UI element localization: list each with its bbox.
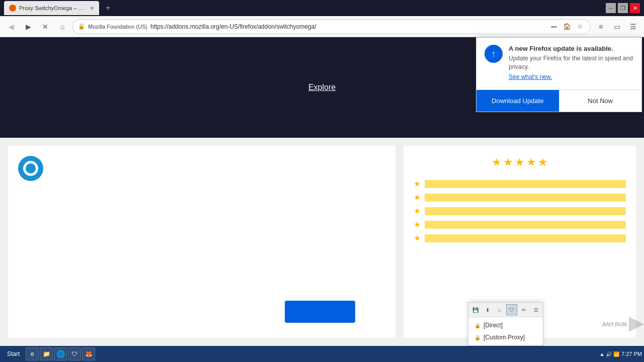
add-to-firefox-button[interactable]	[285, 301, 355, 323]
dropdown-save-btn[interactable]: 💾	[470, 304, 481, 315]
close-button[interactable]: ✕	[630, 3, 640, 13]
minimize-button[interactable]: ─	[606, 3, 616, 13]
active-tab[interactable]: Proxy SwitchyOmega – Get this E... ✕	[4, 1, 99, 15]
home-button[interactable]: ⌂	[55, 20, 69, 34]
security-icon: 🔒	[78, 23, 85, 30]
dropdown-download-btn[interactable]: ⬇	[482, 304, 493, 315]
update-icon: ↑	[485, 45, 503, 63]
back-button[interactable]: ◀	[4, 20, 18, 34]
rating-bar-5	[425, 180, 626, 188]
dropdown-home-btn[interactable]: ⌂	[494, 304, 505, 315]
rating-star-4: ★	[414, 193, 421, 202]
taskbar-ie[interactable]: e	[26, 347, 39, 360]
watermark-text: ANY.RUN	[602, 321, 627, 327]
taskbar-time: 7:27 PM	[621, 351, 642, 357]
dropdown-custom-label: [Custom Proxy]	[484, 334, 525, 341]
update-body: Update your Firefox for the latest in sp…	[509, 54, 633, 71]
star-1: ★	[492, 156, 502, 169]
download-update-button[interactable]: Download Update	[476, 90, 559, 112]
rating-row-2: ★	[414, 220, 626, 229]
taskbar-security[interactable]: 🛡	[68, 347, 81, 360]
rating-bar-3	[425, 207, 626, 215]
tab-title: Proxy SwitchyOmega – Get this E...	[19, 5, 85, 11]
rating-star-3: ★	[414, 206, 421, 216]
rating-row-5: ★	[414, 179, 626, 189]
window-controls: ─ ❐ ✕	[606, 3, 640, 13]
addon-logo-inner	[23, 161, 38, 176]
nav-right-buttons: ≡ ▭ ☰	[594, 20, 640, 34]
update-popup: ↑ A new Firefox update is available. Upd…	[476, 37, 642, 112]
more-options-button[interactable]: •••	[549, 22, 559, 32]
start-button[interactable]: Start	[2, 348, 25, 359]
pocket-button[interactable]: 🏠	[562, 22, 572, 32]
address-bar[interactable]: 🔒 Mozilla Foundation (US) https://addons…	[72, 19, 591, 34]
star-5: ★	[538, 156, 548, 169]
rating-row-3: ★	[414, 206, 626, 216]
reload-button[interactable]: ✕	[38, 20, 52, 34]
new-tab-button[interactable]: +	[102, 2, 114, 14]
menu-button[interactable]: ☰	[626, 20, 640, 34]
bookmark-button[interactable]: ☆	[575, 22, 585, 32]
taskbar-icons: ▲ 🔊 📶	[600, 351, 619, 357]
rating-star-2: ★	[414, 220, 421, 229]
taskbar-chrome[interactable]: 🌐	[54, 347, 67, 360]
dropdown-custom-icon: 🔒	[474, 335, 480, 340]
nav-bar: ◀ ▶ ✕ ⌂ 🔒 Mozilla Foundation (US) https:…	[0, 16, 644, 37]
addon-logo	[18, 156, 43, 181]
update-popup-buttons: Download Update Not Now	[476, 89, 641, 112]
rating-star-5: ★	[414, 179, 421, 189]
forward-button[interactable]: ▶	[21, 20, 35, 34]
rating-row-4: ★	[414, 193, 626, 202]
rating-bars: ★ ★ ★ ★ ★	[414, 179, 626, 243]
taskbar-firefox[interactable]: 🦊	[82, 347, 95, 360]
rating-bar-1	[425, 234, 626, 242]
dropdown-direct-label: [Direct]	[484, 322, 503, 329]
title-bar: Proxy SwitchyOmega – Get this E... ✕ + ─…	[0, 0, 644, 16]
tab-close-btn[interactable]: ✕	[90, 5, 94, 12]
main-content: ★ ★ ★ ★ ★ ★ ★ ★ ★ ★	[0, 138, 644, 346]
title-bar-left: Proxy SwitchyOmega – Get this E... ✕ +	[4, 1, 606, 15]
update-title: A new Firefox update is available.	[509, 45, 633, 52]
dropdown-custom[interactable]: 🔒 [Custom Proxy]	[468, 331, 543, 343]
rating-star-1: ★	[414, 233, 421, 243]
restore-button[interactable]: ❐	[618, 3, 628, 13]
taskbar-folder[interactable]: 📁	[40, 347, 53, 360]
watermark: ANY.RUN	[602, 317, 644, 332]
url-text: https://addons.mozilla.org/en-US/firefox…	[150, 23, 546, 30]
rating-row-1: ★	[414, 233, 626, 243]
update-link[interactable]: See what's new.	[509, 73, 633, 80]
library-button[interactable]: ≡	[594, 20, 608, 34]
star-3: ★	[515, 156, 525, 169]
update-text: A new Firefox update is available. Updat…	[509, 45, 633, 80]
rating-bar-4	[425, 194, 626, 202]
dropdown-popup: 💾 ⬇ ⌂ 🛡 ✏ ☰ 🔒 [Direct] 🔒 [Custom Proxy]	[468, 302, 543, 346]
start-label: Start	[7, 350, 20, 357]
not-now-button[interactable]: Not Now	[559, 90, 642, 112]
rating-bar-2	[425, 221, 626, 229]
star-2: ★	[503, 156, 513, 169]
dropdown-edit-btn[interactable]: ✏	[518, 304, 529, 315]
dropdown-direct[interactable]: 🔒 [Direct]	[468, 319, 543, 331]
dropdown-items: 🔒 [Direct] 🔒 [Custom Proxy]	[468, 317, 543, 345]
sidebar-button[interactable]: ▭	[610, 20, 624, 34]
dropdown-toolbar: 💾 ⬇ ⌂ 🛡 ✏ ☰	[468, 303, 543, 317]
addon-card	[8, 146, 395, 338]
overall-rating: ★ ★ ★ ★ ★	[414, 156, 626, 169]
taskbar: Start e 📁 🌐 🛡 🦊 ▲ 🔊 📶 7:27 PM	[0, 346, 644, 362]
tab-favicon	[9, 5, 16, 12]
taskbar-right: ▲ 🔊 📶 7:27 PM	[600, 351, 642, 357]
star-4: ★	[526, 156, 536, 169]
dropdown-shield-btn[interactable]: 🛡	[506, 304, 517, 315]
update-popup-header: ↑ A new Firefox update is available. Upd…	[476, 38, 641, 85]
watermark-play-icon	[629, 317, 644, 332]
dropdown-direct-icon: 🔒	[474, 323, 480, 328]
explore-link[interactable]: Explore	[308, 83, 336, 92]
dropdown-menu-btn[interactable]: ☰	[530, 304, 541, 315]
security-org: Mozilla Foundation (US)	[88, 24, 147, 30]
